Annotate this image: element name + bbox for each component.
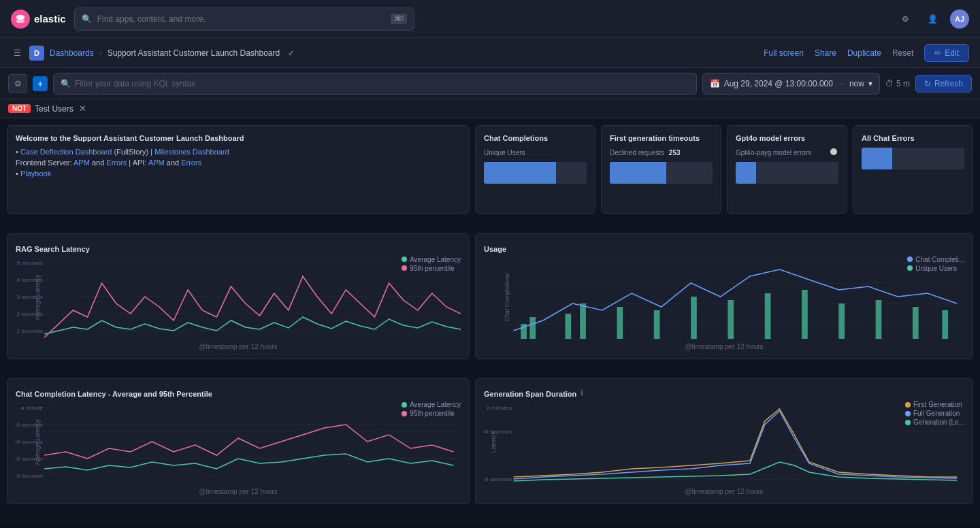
frontend-errors-link[interactable]: Errors [106,159,127,167]
usage-chart: Chat Completi... Unique Users Chat Compl… [484,256,964,339]
usage-svg-chart: 2nd September 2024 9th 16th 23rd 30th Oc… [484,256,964,339]
edit-button[interactable]: ✏ Edit [924,44,969,62]
frontend-apm-link[interactable]: APM [74,159,90,167]
gpt4o-status-dot [830,148,837,155]
rag-xlabel: @timestamp per 12 hours [16,343,461,350]
first-generation-label: Declined requests 253 [610,149,713,156]
breadcrumb-current: Support Assistant Customer Launch Dashbo… [108,48,280,58]
info-icon: ℹ [581,389,583,397]
usage-users-dot [907,265,913,271]
kql-input-area[interactable]: 🔍 Filter your data using KQL syntax [53,73,697,95]
chat-completions-metric: Chat Completions Unique Users [475,125,595,214]
help-icon[interactable]: 👤 [923,10,942,29]
chat-completion-latency-chart: Average Latency 95th percentile Average … [16,401,461,484]
svg-rect-33 [765,293,771,339]
playbook-link[interactable]: Playbook [20,169,51,178]
usage-legend-users: Unique Users [907,265,964,272]
rag-legend-avg: Average Latency [402,256,461,263]
svg-rect-35 [838,303,845,339]
cc-latency-legend: Average Latency 95th percentile [402,401,461,417]
top-nav: elastic 🔍 ⌘/ ⚙ 👤 AJ [0,0,980,38]
gen-legend-le: Generation (Le... [905,418,964,426]
svg-text:0 seconds: 0 seconds [485,476,512,483]
rag-svg-chart: 5 seconds 4 seconds 3 seconds 2 seconds … [16,256,461,339]
nav-icons: ⚙ 👤 AJ [896,10,969,29]
add-filter-button[interactable]: + [33,76,48,91]
global-search-input[interactable] [97,14,385,24]
milestones-link[interactable]: Milestones Dashboard [154,148,229,156]
breadcrumb-bar: ☰ D Dashboards › Support Assistant Custo… [0,38,980,68]
gpt4o-errors-title: Gpt4o model errors [736,134,838,142]
svg-text:10 seconds: 10 seconds [16,474,43,480]
interval-badge[interactable]: ⏱ 5 m [885,79,910,88]
svg-text:5 seconds: 5 seconds [17,260,43,266]
usage-title: Usage [484,242,964,253]
chat-completion-latency-title: Chat Completion Latency - Average and 95… [16,387,461,398]
notifications-icon[interactable]: ⚙ [896,10,915,29]
usage-xlabel: @timestamp per 12 hours [484,343,964,350]
bot-row: Chat Completion Latency - Average and 95… [7,378,973,504]
date-chevron: ▾ [868,79,872,88]
rag-ylabel: Average Latency [34,274,41,320]
gpt4o-errors-metric: Gpt4o model errors Gpt4o-payg model erro… [727,125,847,214]
gen-full-dot [905,411,911,416]
svg-rect-37 [913,307,919,339]
svg-point-1 [16,18,25,23]
api-errors-link[interactable]: Errors [181,159,201,167]
chat-completions-bar [484,162,587,184]
date-arrow: → [837,79,845,88]
fullscreen-link[interactable]: Full screen [764,48,804,58]
global-search-bar[interactable]: 🔍 ⌘/ [74,7,414,31]
rag-avg-dot [402,257,407,262]
welcome-panel: Welcome to the Support Assistant Custome… [7,125,470,214]
tag-filter-bar: NOT Test Users ✕ [0,99,980,118]
generation-span-chart: First Generation Full Generation Generat… [484,401,964,484]
breadcrumb-dashboards-link[interactable]: Dashboards [50,48,94,58]
gen-legend-first: First Generation [905,401,964,408]
case-deflection-link[interactable]: Case Deflection Dashboard [20,148,112,156]
usage-legend: Chat Completi... Unique Users [907,256,964,272]
hamburger-button[interactable]: ☰ [11,46,24,61]
pencil-icon: ✏ [934,48,941,58]
breadcrumb-star-icon[interactable]: ✓ [288,48,295,58]
main-content: Welcome to the Support Assistant Custome… [0,118,980,525]
breadcrumb-d: D [29,46,44,61]
search-icon: 🔍 [82,14,92,24]
calendar-icon: 📅 [710,79,720,88]
date-start: Aug 29, 2024 @ 13:00:00.000 [724,79,833,88]
welcome-title: Welcome to the Support Assistant Custome… [16,134,461,142]
clock-icon: ⏱ [885,79,894,88]
svg-text:2 minutes: 2 minutes [487,405,512,412]
interval-value: 5 m [896,79,910,88]
search-shortcut: ⌘/ [391,14,407,24]
duplicate-link[interactable]: Duplicate [847,48,881,58]
reset-link[interactable]: Reset [892,48,913,58]
usage-panel: Usage Chat Completi... Unique Users Chat… [475,233,973,359]
welcome-link-item-2: Frontend Server: APM and Errors | API: A… [16,159,461,167]
fullstory-text: (FullStory) | [114,148,155,156]
gen-span-svg: 2 minutes 50 seconds 0 seconds 2nd Septe… [484,401,964,484]
svg-text:a minute: a minute [21,406,44,412]
date-range-picker[interactable]: 📅 Aug 29, 2024 @ 13:00:00.000 → now ▾ [702,73,880,95]
gpt4o-errors-label: Gpt4o-payg model errors [736,149,811,156]
share-link[interactable]: Share [815,48,836,58]
chat-completions-title: Chat Completions [484,134,587,142]
rag-95th-dot [402,265,407,271]
gpt4o-errors-bar [736,162,838,184]
cc-ylabel: Average Latency [34,420,41,465]
all-chat-errors-title: All Chat Errors [862,134,964,142]
api-apm-link[interactable]: APM [148,159,165,167]
refresh-button[interactable]: ↻ Refresh [915,75,972,93]
generation-span-panel: Generation Span Duration ℹ First Generat… [475,378,973,504]
svg-rect-31 [691,297,697,339]
first-generation-metric: First generation timeouts Declined reque… [601,125,721,214]
welcome-link-item-1: • Case Deflection Dashboard (FullStory) … [16,148,461,156]
tag-close-button[interactable]: ✕ [79,103,86,114]
avatar[interactable]: AJ [950,10,969,29]
first-generation-bar [610,162,713,184]
gen-ylabel: Latency [490,432,497,454]
svg-rect-27 [565,314,571,339]
filter-options-button[interactable]: ⚙ [8,74,27,93]
gen-xlabel: @timestamp per 12 hours [484,488,964,495]
elastic-logo[interactable]: elastic [11,10,66,29]
